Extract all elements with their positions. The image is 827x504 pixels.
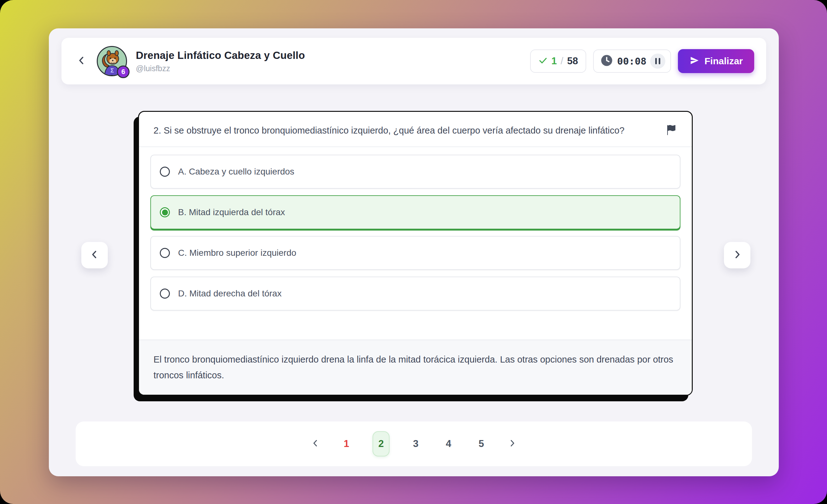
chevron-left-icon — [311, 439, 320, 449]
option-d[interactable]: D. Mitad derecha del tórax — [150, 276, 680, 311]
title-block: Drenaje Linfático Cabeza y Cuello @luisf… — [136, 49, 305, 73]
option-b-label: B. Mitad izquierda del tórax — [178, 207, 285, 217]
question-card: 2. Si se obstruye el tronco bronquiomedi… — [138, 111, 693, 396]
page-3-button[interactable]: 3 — [409, 438, 422, 450]
option-c-label: C. Miembro superior izquierdo — [178, 248, 296, 258]
check-icon — [538, 56, 548, 66]
pagination-next-button[interactable] — [507, 439, 517, 449]
timer-badge: 00:08 — [593, 49, 671, 73]
author-username: @luisfbzz — [136, 64, 305, 73]
options-list: A. Cabeza y cuello izquierdos B. Mitad i… — [139, 147, 692, 320]
chevron-left-icon — [76, 55, 87, 67]
total-questions: 58 — [567, 55, 578, 67]
page-2-button-active[interactable]: 2 — [373, 431, 390, 456]
radio-selected-icon[interactable] — [160, 207, 170, 217]
page-5-button[interactable]: 5 — [475, 438, 488, 450]
timer-value: 00:08 — [617, 55, 646, 67]
progress-badge: 1 / 58 — [530, 49, 586, 73]
page-1-button[interactable]: 1 — [340, 438, 353, 450]
progress-separator: / — [561, 55, 564, 67]
option-a[interactable]: A. Cabeza y cuello izquierdos — [150, 155, 680, 189]
option-d-label: D. Mitad derecha del tórax — [178, 289, 282, 299]
flag-question-button[interactable] — [664, 123, 678, 138]
send-icon — [689, 55, 699, 67]
avatar: Σ 6 — [97, 46, 127, 76]
option-b-selected[interactable]: B. Mitad izquierda del tórax — [150, 195, 680, 229]
radio-unselected-icon[interactable] — [160, 167, 170, 177]
clock-icon — [600, 54, 613, 68]
finish-button-label: Finalizar — [704, 56, 743, 66]
explanation-text: El tronco bronquiomediastínico izquierdo… — [139, 340, 692, 395]
chevron-left-icon — [89, 249, 100, 261]
next-question-button[interactable] — [724, 242, 750, 268]
finish-button[interactable]: Finalizar — [678, 49, 754, 73]
option-c[interactable]: C. Miembro superior izquierdo — [150, 236, 680, 270]
chevron-right-icon — [507, 439, 517, 449]
prev-question-button[interactable] — [81, 242, 108, 268]
radio-unselected-icon[interactable] — [160, 289, 170, 299]
back-button[interactable] — [74, 53, 90, 69]
radio-unselected-icon[interactable] — [160, 248, 170, 258]
chevron-right-icon — [732, 249, 742, 261]
flag-icon — [666, 131, 676, 136]
option-a-label: A. Cabeza y cuello izquierdos — [178, 167, 294, 177]
pagination-prev-button[interactable] — [311, 439, 320, 449]
page-4-button[interactable]: 4 — [442, 438, 455, 450]
pause-button[interactable] — [650, 54, 665, 69]
app-background: Σ 6 Drenaje Linfático Cabeza y Cuello @l… — [0, 0, 827, 504]
question-text: 2. Si se obstruye el tronco bronquiomedi… — [153, 123, 648, 138]
page-title: Drenaje Linfático Cabeza y Cuello — [136, 49, 305, 61]
level-badge: 6 — [117, 65, 130, 78]
header-bar: Σ 6 Drenaje Linfático Cabeza y Cuello @l… — [61, 38, 766, 85]
answered-count: 1 — [551, 55, 557, 67]
pagination-bar: 1 2 3 4 5 — [76, 421, 752, 466]
svg-text:Σ: Σ — [110, 67, 114, 74]
quiz-panel: Σ 6 Drenaje Linfático Cabeza y Cuello @l… — [49, 28, 779, 476]
